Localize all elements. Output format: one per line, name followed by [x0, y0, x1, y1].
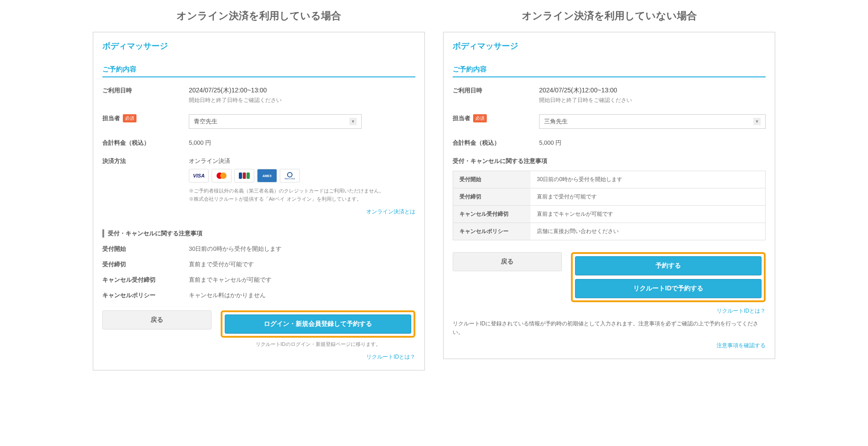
chevron-down-icon: ▼: [349, 118, 357, 125]
row-payment: 決済方法 オンライン決済 VISA AMEX Diners Club: [102, 157, 415, 203]
notice-header: 受付・キャンセルに関する注意事項: [102, 229, 415, 238]
notice-label: 受付締切: [102, 260, 189, 269]
label-total: 合計料金（税込）: [102, 139, 189, 147]
recruit-id-link[interactable]: リクルートIDとは？: [366, 354, 415, 360]
notice-label: キャンセルポリシー: [102, 291, 189, 299]
jcb-icon: [234, 169, 254, 182]
payment-note-1: ※ご予約者様以外の名義（第三者名義）のクレジットカードはご利用いただけません。: [189, 187, 415, 195]
notice-list: 受付開始 30日前の0時から受付を開始します 受付締切 直前まで受付が可能です …: [102, 245, 415, 299]
notice-label: キャンセル受付締切: [102, 276, 189, 284]
notice-value: 直前まで受付が可能です: [189, 260, 415, 269]
mastercard-icon: [212, 169, 232, 182]
section-title: ご予約内容: [102, 65, 415, 77]
left-column: オンライン決済を利用している場合 ボディマッサージ ご予約内容 ご利用日時 20…: [93, 9, 425, 370]
svg-point-1: [220, 172, 227, 179]
notice-label: キャンセルポリシー: [453, 223, 530, 240]
staff-select-value: 青空先生: [194, 117, 217, 126]
right-card: ボディマッサージ ご予約内容 ご利用日時 2024/07/25(木)12:00~…: [443, 32, 775, 359]
staff-select[interactable]: 三角先生 ▼: [539, 114, 766, 129]
required-badge: 必須: [123, 114, 136, 122]
row-datetime: ご利用日時 2024/07/25(木)12:00~13:00 開始日時と終了日時…: [453, 86, 766, 104]
label-staff: 担当者: [453, 114, 470, 122]
section-title: ご予約内容: [453, 65, 766, 77]
back-button[interactable]: 戻る: [102, 310, 212, 329]
button-area: 戻る ログイン・新規会員登録して予約する リクルートIDのログイン・新規登録ペー…: [102, 310, 415, 348]
back-button[interactable]: 戻る: [453, 252, 562, 271]
notice-value: 店舗に直接お問い合わせください: [530, 223, 765, 240]
notice-value: 直前まで受付が可能です: [530, 188, 765, 205]
login-register-reserve-button[interactable]: ログイン・新規会員登録して予約する: [225, 314, 411, 334]
online-payment-link[interactable]: オンライン決済とは: [366, 208, 415, 215]
chevron-down-icon: ▼: [753, 118, 761, 125]
button-area: 戻る 予約する リクルートIDで予約する: [453, 252, 766, 302]
notice-label: 受付締切: [453, 188, 530, 205]
value-total: 5,000 円: [539, 139, 766, 147]
footer-note: リクルートIDに登録されている情報が予約時の初期値として入力されます。注意事項を…: [453, 319, 766, 337]
notice-value: 直前までキャンセルが可能です: [530, 206, 765, 223]
value-datetime: 2024/07/25(木)12:00~13:00: [189, 86, 415, 95]
recruit-id-link[interactable]: リクルートIDとは？: [717, 308, 766, 314]
highlight-box: ログイン・新規会員登録して予約する: [221, 310, 415, 338]
visa-icon: VISA: [189, 169, 209, 182]
highlight-box: 予約する リクルートIDで予約する: [571, 252, 766, 302]
svg-rect-2: [239, 172, 242, 179]
svg-text:Diners Club: Diners Club: [285, 177, 295, 180]
left-heading: オンライン決済を利用している場合: [93, 9, 425, 23]
reserve-button[interactable]: 予約する: [575, 256, 762, 275]
svg-rect-3: [243, 172, 246, 179]
left-card: ボディマッサージ ご予約内容 ご利用日時 2024/07/25(木)12:00~…: [93, 32, 425, 370]
diners-icon: Diners Club: [280, 169, 300, 182]
staff-select-value: 三角先生: [544, 117, 568, 126]
reserve-recruit-id-button[interactable]: リクルートIDで予約する: [575, 279, 762, 298]
label-datetime: ご利用日時: [102, 86, 189, 95]
staff-select[interactable]: 青空先生 ▼: [189, 114, 362, 129]
row-datetime: ご利用日時 2024/07/25(木)12:00~13:00 開始日時と終了日時…: [102, 86, 415, 104]
value-payment: オンライン決済: [189, 157, 415, 165]
notice-value: キャンセル料はかかりません: [189, 291, 415, 299]
amex-icon: AMEX: [257, 169, 277, 182]
submit-note: リクルートIDのログイン・新規登録ページに移ります。: [221, 340, 415, 348]
right-column: オンライン決済を利用していない場合 ボディマッサージ ご予約内容 ご利用日時 2…: [443, 9, 775, 370]
row-total: 合計料金（税込） 5,000 円: [102, 139, 415, 147]
value-total: 5,000 円: [189, 139, 415, 147]
service-name: ボディマッサージ: [453, 41, 766, 51]
label-payment: 決済方法: [102, 157, 189, 165]
notice-header: 受付・キャンセルに関する注意事項: [453, 157, 766, 165]
row-total: 合計料金（税込） 5,000 円: [453, 139, 766, 147]
check-notice-link[interactable]: 注意事項を確認する: [717, 342, 766, 349]
svg-rect-4: [247, 172, 250, 179]
notice-label: キャンセル受付締切: [453, 206, 530, 223]
service-name: ボディマッサージ: [102, 41, 415, 51]
notice-label: 受付開始: [453, 171, 530, 188]
notice-value: 30日前の0時から受付を開始します: [530, 171, 765, 188]
payment-note-2: ※株式会社リクルートが提供する「Airペイ オンライン」を利用しています。: [189, 195, 415, 203]
value-datetime-sub: 開始日時と終了日時をご確認ください: [539, 96, 766, 104]
notice-value: 直前までキャンセルが可能です: [189, 276, 415, 284]
label-datetime: ご利用日時: [453, 86, 539, 95]
right-heading: オンライン決済を利用していない場合: [443, 9, 775, 23]
row-staff: 担当者 必須 三角先生 ▼: [453, 114, 766, 129]
value-datetime-sub: 開始日時と終了日時をご確認ください: [189, 96, 415, 104]
notice-label: 受付開始: [102, 245, 189, 253]
notice-table: 受付開始 30日前の0時から受付を開始します 受付締切 直前まで受付が可能です …: [453, 171, 766, 240]
notice-value: 30日前の0時から受付を開始します: [189, 245, 415, 253]
svg-point-5: [288, 172, 292, 177]
value-datetime: 2024/07/25(木)12:00~13:00: [539, 86, 766, 95]
card-logos: VISA AMEX Diners Club: [189, 169, 415, 182]
required-badge: 必須: [473, 114, 487, 122]
label-staff: 担当者: [102, 114, 120, 122]
row-staff: 担当者 必須 青空先生 ▼: [102, 114, 415, 129]
label-total: 合計料金（税込）: [453, 139, 539, 147]
